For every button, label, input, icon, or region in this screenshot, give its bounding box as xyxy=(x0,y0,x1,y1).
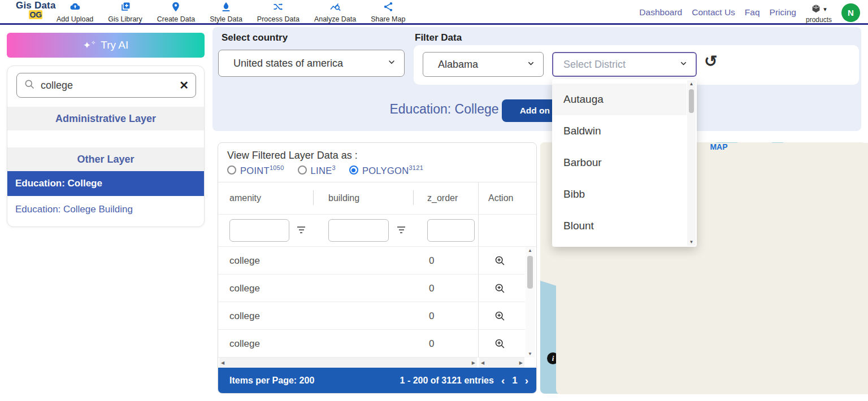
nav-label: Analyze Data xyxy=(314,15,356,23)
app-logo[interactable]: Gis Data MAPOG xyxy=(16,1,56,19)
link-pricing[interactable]: Pricing xyxy=(770,7,796,18)
chevron-down-icon xyxy=(387,58,396,69)
nav-label: Gis Library xyxy=(108,15,142,23)
radio-icon xyxy=(298,165,307,175)
district-option-barbour[interactable]: Barbour xyxy=(552,147,687,178)
radio-polygon[interactable]: POLYGON3121 xyxy=(349,164,423,176)
district-option-autauga[interactable]: Autauga xyxy=(552,84,687,115)
district-option-bibb[interactable]: Bibb xyxy=(552,178,687,210)
scroll-up-icon[interactable]: ▲ xyxy=(687,81,696,86)
district-select[interactable]: Select District xyxy=(552,52,697,77)
layer-search-box: ✕ xyxy=(16,73,196,98)
district-option-baldwin[interactable]: Baldwin xyxy=(552,115,687,147)
table-vertical-scrollbar[interactable]: ▲ ▼ xyxy=(526,247,535,358)
products-label: products xyxy=(806,16,832,24)
cube-icon xyxy=(811,3,821,16)
district-option-blount[interactable]: Blount xyxy=(552,210,687,242)
link-dashboard[interactable]: Dashboard xyxy=(639,7,682,18)
current-page[interactable]: 1 xyxy=(512,375,517,386)
user-avatar[interactable]: N xyxy=(841,3,860,22)
items-per-page: Items per Page: 200 xyxy=(229,376,314,386)
next-page-icon[interactable]: › xyxy=(525,374,528,387)
table-row[interactable]: college 0 xyxy=(218,274,525,302)
zoom-in-icon[interactable] xyxy=(494,338,506,352)
column-separator xyxy=(313,190,314,205)
nav-style-data[interactable]: Style Data xyxy=(210,1,242,23)
amenity-filter-input[interactable] xyxy=(229,219,289,242)
nav-gis-library[interactable]: Gis Library xyxy=(108,1,142,23)
cloud-upload-icon xyxy=(70,1,81,15)
nav-create-data[interactable]: Create Data xyxy=(157,1,195,23)
cell-amenity: college xyxy=(229,247,260,274)
nav-share-map[interactable]: Share Map xyxy=(371,1,405,23)
cell-zorder: 0 xyxy=(429,247,434,274)
header-right-nav: Dashboard Contact Us Faq Pricing ▾ produ… xyxy=(639,0,860,25)
scroll-left-icon[interactable]: ◀ xyxy=(221,360,224,365)
try-ai-button[interactable]: ✦✧ Try AI xyxy=(7,33,205,58)
nav-add-upload[interactable]: Add Upload xyxy=(57,1,93,23)
column-header-building[interactable]: building xyxy=(328,182,359,214)
process-arrows-icon xyxy=(272,1,284,15)
scroll-down-icon[interactable]: ▼ xyxy=(528,351,532,356)
table-horizontal-scrollbar[interactable]: ◀ ▶ xyxy=(219,358,477,368)
cell-amenity: college xyxy=(229,274,260,302)
radio-icon xyxy=(227,165,236,175)
search-input[interactable] xyxy=(41,80,173,91)
scroll-left-icon[interactable]: ◀ xyxy=(481,360,484,365)
state-value: Alabama xyxy=(438,59,527,71)
table-row[interactable]: college 0 xyxy=(218,330,525,358)
link-faq[interactable]: Faq xyxy=(745,7,760,18)
scroll-up-icon[interactable]: ▲ xyxy=(528,248,532,253)
scroll-thumb[interactable] xyxy=(527,256,533,289)
column-header-zorder[interactable]: z_order xyxy=(427,182,458,214)
state-select[interactable]: Alabama xyxy=(423,52,544,77)
section-administrative-layer: Administrative Layer xyxy=(7,107,204,130)
link-contact-us[interactable]: Contact Us xyxy=(692,7,735,18)
zoom-in-icon[interactable] xyxy=(494,282,506,297)
layer-search-panel: ✕ Administrative Layer Other Layer Educa… xyxy=(7,66,205,227)
filter-funnel-icon[interactable] xyxy=(297,226,305,235)
zoom-in-icon[interactable] xyxy=(494,255,506,269)
nav-process-data[interactable]: Process Data xyxy=(257,1,300,23)
layer-item-education-college-building[interactable]: Education: College Building xyxy=(7,196,204,223)
chevron-down-icon xyxy=(527,59,535,70)
active-layer-title: Education: College xyxy=(382,102,506,117)
district-dropdown-menu: Autauga Baldwin Barbour Bibb Blount ▲ ▼ xyxy=(552,79,697,247)
table-row[interactable]: college 0 xyxy=(218,247,525,274)
radio-point[interactable]: POINT1050 xyxy=(227,164,284,176)
zorder-filter-input[interactable] xyxy=(427,219,475,242)
ink-drop-icon xyxy=(220,1,232,15)
table-pagination-bar: Items per Page: 200 1 - 200 of 3121 entr… xyxy=(218,368,536,394)
scroll-thumb[interactable] xyxy=(689,89,694,113)
district-scrollbar[interactable]: ▲ ▼ xyxy=(687,80,696,246)
column-header-amenity[interactable]: amenity xyxy=(229,182,261,214)
table-row[interactable]: college 0 xyxy=(218,302,525,330)
app-header: Gis Data MAPOG Add Upload Gis Library Cr… xyxy=(0,0,868,25)
clear-search-icon[interactable]: ✕ xyxy=(179,79,189,92)
country-select[interactable]: United states of america xyxy=(218,50,405,77)
search-icon xyxy=(24,79,35,92)
products-menu[interactable]: ▾ products xyxy=(806,3,832,24)
building-filter-input[interactable] xyxy=(328,219,389,242)
library-add-icon xyxy=(120,1,131,15)
logo-line1: Gis Data xyxy=(16,1,56,11)
district-placeholder: Select District xyxy=(563,59,679,71)
scroll-right-icon[interactable]: ▶ xyxy=(519,360,523,365)
column-separator xyxy=(413,190,414,205)
scroll-right-icon[interactable]: ▶ xyxy=(472,360,475,365)
scroll-down-icon[interactable]: ▼ xyxy=(687,239,696,245)
chevron-down-icon xyxy=(679,59,688,70)
section-other-layer: Other Layer xyxy=(7,147,204,171)
filter-funnel-icon[interactable] xyxy=(397,226,405,235)
analyze-chart-icon xyxy=(329,1,341,15)
radio-line[interactable]: LINE3 xyxy=(298,164,336,176)
layer-item-education-college[interactable]: Education: College xyxy=(7,171,204,196)
reset-filters-icon[interactable]: ↺ xyxy=(704,52,717,71)
logo-og: OG xyxy=(29,10,42,19)
zoom-in-icon[interactable] xyxy=(494,310,506,324)
action-horizontal-scrollbar[interactable]: ◀ ▶ xyxy=(479,358,524,368)
prev-page-icon[interactable]: ‹ xyxy=(501,374,505,387)
nav-label: Process Data xyxy=(257,15,300,23)
nav-analyze-data[interactable]: Analyze Data xyxy=(314,1,356,23)
cell-amenity: college xyxy=(229,302,260,330)
